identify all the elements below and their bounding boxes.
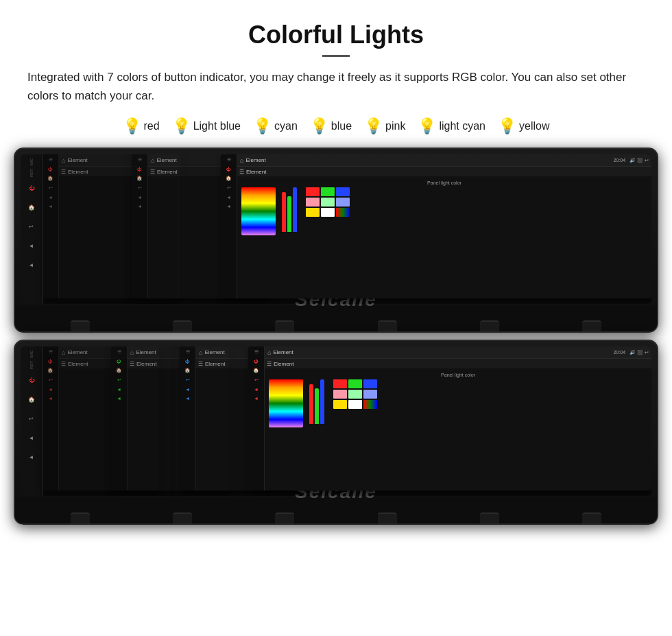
s1-home-icon: ⌂ bbox=[62, 157, 65, 164]
bulb-icon-pink: 💡 bbox=[364, 119, 383, 134]
stand-foot-b1 bbox=[71, 513, 90, 523]
rst-label: RST bbox=[29, 169, 34, 177]
s2-menu-text: Element bbox=[157, 169, 177, 175]
b4-header: ⌂ Element 20:04 🔊 ⬛ ↩ bbox=[265, 346, 651, 359]
b4-btn1: ☰ bbox=[254, 349, 259, 355]
b1-btn5: ◄ bbox=[48, 387, 53, 392]
b2-menu-text: Element bbox=[136, 361, 156, 367]
panel-light-ui-bottom: Panel light color bbox=[267, 370, 649, 488]
rst-label-b: RST bbox=[29, 361, 34, 369]
b4-btn2: ⏻ bbox=[254, 359, 259, 364]
mic-label: MIC bbox=[29, 158, 34, 166]
b4-btn3: 🏠 bbox=[253, 368, 259, 373]
screen-b4: ☰ ⏻ 🏠 ↩ ◄ ◄ ⌂ Element 20:04 bbox=[248, 346, 651, 491]
back-btn-b[interactable]: ↩ bbox=[25, 412, 38, 425]
s2-btn3: 🏠 bbox=[136, 176, 143, 181]
stand-foot-4 bbox=[378, 320, 397, 331]
b2-btn3: 🏠 bbox=[116, 368, 122, 373]
devices-section: MIC RST ⏻ 🏠 ↩ ◄ ◄ ☰ ⏻ 🏠 bbox=[0, 148, 672, 525]
color-label-yellow: yellow bbox=[519, 120, 549, 132]
b4-btn4: ↩ bbox=[254, 377, 259, 383]
b3-btn3: 🏠 bbox=[184, 368, 191, 373]
s2-btn5: ◄ bbox=[137, 195, 142, 200]
left-side-buttons-bottom: MIC RST ⏻ 🏠 ↩ ◄ ◄ bbox=[21, 346, 43, 496]
s3-btn3: 🏠 bbox=[226, 176, 232, 181]
sw-rainbow-b bbox=[363, 400, 377, 409]
b3-btn4: ↩ bbox=[186, 377, 190, 383]
top-device-row: MIC RST ⏻ 🏠 ↩ ◄ ◄ ☰ ⏻ 🏠 bbox=[7, 148, 665, 333]
bottom-device-row: MIC RST ⏻ 🏠 ↩ ◄ ◄ ☰ ⏻ 🏠 ↩ bbox=[7, 340, 665, 525]
screen3-panel-body: Panel light color bbox=[237, 176, 651, 298]
b3-title: Element bbox=[204, 349, 224, 355]
home-btn-b[interactable]: 🏠 bbox=[25, 393, 38, 405]
s1-btn1: ☰ bbox=[49, 157, 53, 163]
s2-btn2: ⏻ bbox=[137, 167, 142, 172]
b3-home-icon: ⌂ bbox=[199, 349, 202, 356]
top-device-inner: MIC RST ⏻ 🏠 ↩ ◄ ◄ ☰ ⏻ 🏠 bbox=[21, 154, 651, 304]
bulb-icon-light-blue: 💡 bbox=[172, 119, 191, 134]
nav-btn2-b[interactable]: ◄ bbox=[25, 451, 38, 463]
sw-green-b bbox=[348, 379, 362, 388]
b4-home-icon: ⌂ bbox=[267, 349, 271, 356]
top-screens-area: ☰ ⏻ 🏠 ↩ ◄ ◄ ⌂ Element bbox=[43, 154, 651, 304]
s1-btn3: 🏠 bbox=[47, 176, 53, 181]
b2-menu-icon: ☰ bbox=[130, 361, 134, 367]
s1-btn4: ↩ bbox=[49, 185, 53, 191]
back-btn[interactable]: ↩ bbox=[25, 220, 38, 233]
b1-btn6: ◄ bbox=[48, 396, 53, 401]
rainbow-bar bbox=[241, 187, 276, 235]
sw-blue-b bbox=[363, 379, 377, 388]
b2-btn6: ◄ bbox=[117, 396, 121, 401]
s2-menu-icon: ☰ bbox=[150, 169, 155, 175]
sw-white-b bbox=[348, 400, 362, 409]
screen3-sidebar: ☰ ⏻ 🏠 ↩ ◄ ◄ bbox=[221, 154, 237, 298]
color-item-pink: 💡 pink bbox=[364, 119, 405, 134]
color-item-blue: 💡 blue bbox=[310, 119, 352, 134]
panel-ui-title-bottom: Panel light color bbox=[269, 373, 647, 377]
b4-menu: ☰ Element bbox=[265, 359, 651, 368]
b2-btn4: ↩ bbox=[117, 377, 121, 383]
rainbow-bar-bottom bbox=[269, 379, 303, 427]
b2-btn2: ⏻ bbox=[117, 359, 121, 364]
power-btn-b[interactable]: ⏻ bbox=[25, 374, 38, 386]
panel-ui-content-top bbox=[241, 187, 647, 235]
s3-menu-icon: ☰ bbox=[239, 169, 244, 175]
color-item-light-cyan: 💡 light cyan bbox=[418, 119, 485, 134]
b4-title: Element bbox=[273, 349, 293, 355]
bulb-icon-cyan: 💡 bbox=[253, 119, 272, 134]
power-btn[interactable]: ⏻ bbox=[25, 182, 38, 194]
screen2-sidebar: ☰ ⏻ 🏠 ↩ ◄ ◄ bbox=[132, 154, 148, 298]
b1-btn2: ⏻ bbox=[48, 359, 53, 364]
nav-btn1-b[interactable]: ◄ bbox=[25, 432, 38, 444]
bottom-device-mockup: MIC RST ⏻ 🏠 ↩ ◄ ◄ ☰ ⏻ 🏠 ↩ bbox=[14, 340, 658, 525]
nav-btn2[interactable]: ◄ bbox=[25, 259, 38, 271]
bulb-icon-red: 💡 bbox=[123, 119, 141, 134]
b4-status-icons: 🔊 ⬛ ↩ bbox=[629, 350, 649, 355]
sw-red bbox=[306, 187, 320, 196]
b2-btn5: ◄ bbox=[117, 387, 121, 392]
b2-sidebar: ☰ ⏻ 🏠 ↩ ◄ ◄ bbox=[111, 346, 128, 491]
color-bars-group bbox=[282, 187, 297, 232]
bottom-screens-area: ☰ ⏻ 🏠 ↩ ◄ ◄ ⌂ Element bbox=[43, 346, 651, 496]
color-label-light-blue: Light blue bbox=[193, 120, 241, 132]
s1-title: Element bbox=[67, 157, 87, 163]
b4-panel-body: Panel light color bbox=[265, 368, 651, 491]
b4-sidebar: ☰ ⏻ 🏠 ↩ ◄ ◄ bbox=[248, 346, 265, 491]
b1-home-icon: ⌂ bbox=[62, 349, 65, 356]
s1-menu-text: Element bbox=[68, 169, 88, 175]
b4-main: ⌂ Element 20:04 🔊 ⬛ ↩ ☰ Element bbox=[265, 346, 651, 491]
color-label-blue: blue bbox=[331, 120, 352, 132]
s1-btn2: ⏻ bbox=[48, 167, 53, 172]
bar-blue-b bbox=[320, 379, 324, 424]
page-title: Colorful Lights bbox=[0, 0, 672, 55]
stand-foot-1 bbox=[71, 320, 90, 331]
bottom-device-inner: MIC RST ⏻ 🏠 ↩ ◄ ◄ ☰ ⏻ 🏠 ↩ bbox=[21, 346, 651, 496]
b4-btn5: ◄ bbox=[254, 387, 259, 392]
bar-red bbox=[282, 192, 286, 233]
stand-foot-2 bbox=[173, 320, 192, 331]
nav-btn1[interactable]: ◄ bbox=[25, 239, 38, 252]
b1-btn4: ↩ bbox=[49, 377, 53, 383]
home-btn[interactable]: 🏠 bbox=[25, 201, 38, 213]
b4-time: 20:04 bbox=[614, 350, 626, 355]
b3-sidebar: ☰ ⏻ 🏠 ↩ ◄ ◄ bbox=[180, 346, 196, 491]
